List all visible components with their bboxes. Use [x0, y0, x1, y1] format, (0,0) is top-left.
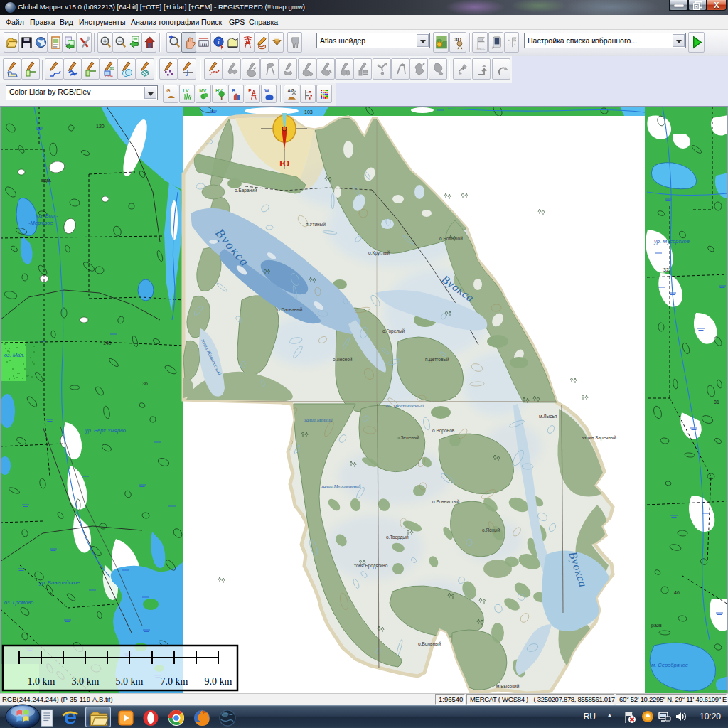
svg-text:5.0 km: 5.0 km [116, 676, 144, 687]
svg-text:i: i [218, 38, 220, 46]
svg-text:залив Муромльный: залив Муромльный [321, 483, 361, 489]
svg-text:ур. Банградское: ур. Банградское [38, 579, 80, 586]
svg-text:1.0 km: 1.0 km [28, 676, 55, 687]
svg-text:SWOC: SWOC [476, 48, 485, 50]
svg-text:м.Лысья: м.Лысья [539, 414, 557, 419]
svg-text:46: 46 [674, 590, 680, 595]
svg-text:ур. Верх Умярво: ур. Верх Умярво [85, 427, 126, 434]
svg-text:залив Мелкий: залив Мелкий [304, 417, 333, 423]
svg-text:разв: разв [651, 623, 662, 628]
svg-text:оз. Мал.: оз. Мал. [4, 352, 24, 358]
svg-text:о.Твердый: о.Твердый [386, 535, 409, 540]
svg-text:Ю: Ю [279, 158, 290, 168]
svg-text:81: 81 [714, 400, 719, 405]
svg-text:B: B [232, 88, 235, 93]
svg-text:ур. Мусорское: ур. Мусорское [653, 238, 690, 245]
svg-text:м.Высокий: м.Высокий [496, 684, 520, 689]
svg-text:7.0 km: 7.0 km [161, 676, 188, 687]
svg-text:о.Вольный: о.Вольный [418, 641, 441, 646]
svg-text:3.0 km: 3.0 km [72, 676, 100, 687]
svg-text:9.0 km: 9.0 km [205, 676, 232, 687]
svg-text:п.Детговый: п.Детговый [425, 357, 449, 363]
svg-text:залив Заречный: залив Заречный [582, 435, 616, 441]
svg-text:тоня Бродягино: тоня Бродягино [354, 563, 388, 569]
svg-text:вдм.: вдм. [41, 178, 52, 183]
svg-text:оз. Бол.-: оз. Бол.- [37, 213, 58, 219]
svg-text:п.Утиный: п.Утиный [306, 222, 326, 227]
svg-text:о.Горелый: о.Горелый [382, 328, 405, 334]
svg-text:MV: MV [199, 88, 207, 93]
svg-text:о.Большой: о.Большой [439, 236, 463, 241]
svg-text:32: 32 [663, 267, 669, 272]
svg-text:о.Ясный: о.Ясный [482, 528, 500, 532]
svg-text:о.Патнавый: о.Патнавый [277, 307, 303, 312]
svg-text:120: 120 [96, 124, 105, 129]
svg-text:оз. Тростниковый: оз. Тростниковый [386, 403, 424, 409]
svg-text:140: 140 [103, 341, 112, 346]
svg-text:о.Воронов: о.Воронов [432, 428, 455, 434]
svg-text:36: 36 [142, 381, 148, 386]
svg-text:м. Серебряное: м. Серебряное [651, 662, 688, 668]
svg-text:о.Ровнистый: о.Ровнистый [432, 499, 460, 504]
svg-text:о.Лесной: о.Лесной [333, 357, 353, 362]
svg-text:-Мерюзое: -Мерюзое [28, 220, 53, 226]
svg-text:code: code [105, 74, 113, 78]
svg-text:103: 103 [304, 109, 313, 114]
svg-text:36: 36 [109, 66, 114, 70]
svg-text:LV: LV [183, 88, 189, 93]
svg-text:о.Круглый: о.Круглый [368, 250, 390, 256]
svg-text:о.Зеленый: о.Зеленый [397, 435, 419, 440]
svg-text:о.Бараний: о.Бараний [235, 188, 257, 193]
svg-text:W: W [264, 88, 269, 93]
svg-text:G: G [166, 88, 170, 93]
svg-text:оз. Громово: оз. Громово [4, 599, 33, 606]
svg-text:P: P [248, 88, 252, 93]
svg-text:i: i [492, 46, 493, 50]
